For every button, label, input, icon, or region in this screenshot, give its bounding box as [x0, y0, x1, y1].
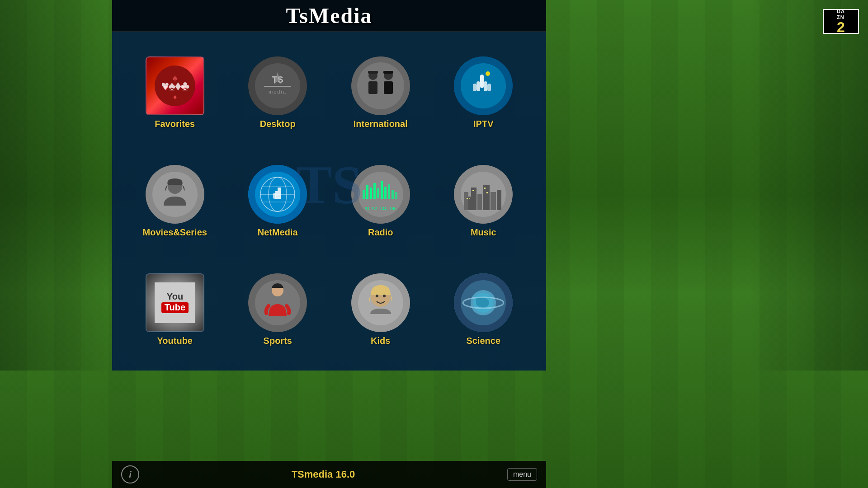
svg-rect-45: [381, 181, 383, 199]
svg-rect-72: [273, 305, 282, 313]
svg-rect-57: [483, 185, 490, 210]
svg-rect-17: [368, 71, 378, 74]
svg-rect-40: [363, 190, 365, 199]
svg-point-26: [486, 71, 490, 76]
svg-text:♠: ♠: [172, 72, 178, 84]
svg-rect-61: [469, 198, 470, 199]
svg-text:♥: ♥: [181, 83, 186, 92]
svg-rect-37: [273, 193, 276, 199]
svg-text:♥: ♥: [163, 83, 168, 92]
netmedia-label: NetMedia: [258, 227, 298, 238]
youtube-icon: You Tube: [146, 273, 204, 332]
svg-rect-46: [384, 187, 387, 199]
menu-item-music[interactable]: Music: [434, 165, 533, 238]
menu-item-movies-series[interactable]: Movies&Series: [126, 165, 224, 238]
svg-rect-63: [484, 188, 486, 189]
iptv-label: IPTV: [473, 119, 493, 129]
kids-icon: [351, 273, 410, 332]
svg-text:You: You: [167, 291, 183, 301]
svg-rect-54: [464, 192, 468, 210]
footer: i TSmedia 16.0 menu: [112, 461, 546, 488]
science-icon: [454, 273, 513, 332]
svg-rect-59: [497, 190, 501, 210]
menu-item-favorites[interactable]: ♠ ♥ ♥ ♦ Favorites: [126, 56, 224, 129]
menu-item-desktop[interactable]: TS media Desktop: [229, 56, 327, 129]
svg-rect-49: [395, 192, 397, 199]
iptv-icon: [454, 56, 513, 115]
music-label: Music: [471, 227, 496, 238]
svg-text:media: media: [269, 89, 287, 94]
svg-rect-24: [487, 84, 491, 91]
menu-item-kids[interactable]: Kids: [331, 273, 430, 346]
svg-rect-44: [377, 188, 379, 198]
svg-rect-23: [484, 81, 487, 91]
menu-button[interactable]: menu: [507, 468, 537, 481]
netmedia-icon: [248, 165, 307, 224]
svg-rect-60: [467, 198, 468, 199]
svg-point-12: [357, 62, 404, 109]
menu-item-international[interactable]: International: [331, 56, 430, 129]
desktop-label: Desktop: [260, 119, 296, 129]
svg-rect-64: [486, 192, 488, 193]
app-title: TsMedia: [286, 3, 373, 28]
player-right-silhouette: [750, 0, 868, 371]
sports-icon: [248, 273, 307, 332]
menu-item-radio[interactable]: 91 92 104 106 Radio: [331, 165, 430, 238]
menu-grid: ♠ ♥ ♥ ♦ Favorites TS: [112, 32, 546, 371]
svg-rect-48: [392, 190, 394, 199]
menu-item-netmedia[interactable]: NetMedia: [229, 165, 327, 238]
svg-rect-62: [472, 190, 474, 191]
svg-rect-25: [473, 84, 476, 91]
radio-icon: 91 92 104 106: [351, 165, 410, 224]
svg-point-77: [383, 295, 386, 297]
svg-rect-14: [368, 81, 377, 94]
svg-rect-18: [383, 71, 393, 74]
music-icon: [454, 165, 513, 224]
svg-text:♦: ♦: [173, 93, 177, 101]
science-label: Science: [466, 336, 500, 346]
international-icon: [351, 56, 410, 115]
svg-rect-58: [491, 192, 496, 210]
menu-item-youtube[interactable]: You Tube Youtube: [126, 273, 224, 346]
sports-label: Sports: [264, 336, 292, 346]
svg-rect-16: [384, 81, 393, 94]
menu-item-science[interactable]: Science: [434, 273, 533, 346]
movies-label: Movies&Series: [143, 227, 207, 238]
svg-text:Tube: Tube: [165, 302, 185, 312]
desktop-icon: TS media: [248, 56, 307, 115]
svg-rect-56: [477, 194, 482, 210]
dazn-badge: DAZN 2: [823, 9, 859, 34]
svg-rect-22: [476, 81, 480, 91]
app-header: TsMedia: [112, 0, 546, 32]
youtube-label: Youtube: [157, 336, 193, 346]
player-left-silhouette: [0, 0, 118, 371]
movies-icon: [146, 165, 204, 224]
footer-title: TSmedia 16.0: [292, 469, 355, 480]
svg-text:91 92 104 106: 91 92 104 106: [365, 206, 396, 211]
svg-rect-43: [373, 183, 376, 199]
svg-rect-8: [264, 86, 291, 87]
svg-rect-21: [480, 75, 484, 88]
svg-rect-41: [366, 185, 368, 199]
menu-item-sports[interactable]: Sports: [229, 273, 327, 346]
kids-label: Kids: [371, 336, 390, 346]
main-panel: TsMedia TS ♠ ♥ ♥ ♦ Favorites: [112, 0, 546, 371]
menu-item-iptv[interactable]: IPTV: [434, 56, 533, 129]
favorites-icon: ♠ ♥ ♥ ♦: [146, 56, 204, 115]
svg-rect-42: [370, 188, 372, 199]
radio-label: Radio: [368, 227, 393, 238]
info-button[interactable]: i: [121, 465, 139, 483]
favorites-label: Favorites: [155, 119, 195, 129]
svg-rect-47: [388, 184, 390, 199]
svg-point-76: [376, 295, 378, 297]
info-icon: i: [129, 469, 132, 480]
international-label: International: [354, 119, 408, 129]
